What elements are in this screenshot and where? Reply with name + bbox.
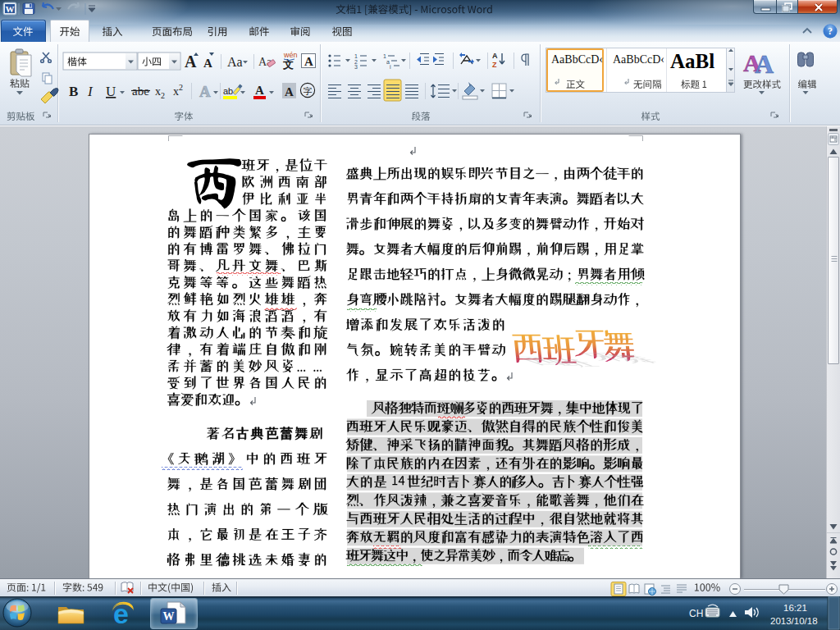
svg-text:1: 1 (383, 53, 386, 59)
svg-text:I: I (87, 84, 94, 99)
svg-text:i: i (390, 64, 391, 70)
svg-text:字: 字 (304, 86, 313, 96)
svg-text:A: A (203, 57, 212, 70)
svg-text:3: 3 (354, 64, 358, 70)
svg-text:A: A (199, 83, 211, 100)
svg-text:U: U (106, 84, 116, 99)
svg-text:W: W (163, 610, 175, 623)
svg-text:Z: Z (492, 61, 497, 69)
svg-text:A: A (285, 85, 294, 98)
svg-text:W: W (6, 4, 15, 14)
svg-text:B: B (69, 84, 78, 99)
svg-text:x: x (155, 85, 161, 98)
svg-text:A: A (304, 55, 313, 68)
svg-text:A: A (755, 49, 774, 79)
svg-text:2: 2 (179, 83, 183, 92)
svg-text:?: ? (828, 25, 833, 37)
svg-text:wén: wén (283, 51, 298, 59)
svg-text:Aa: Aa (227, 55, 243, 69)
svg-text:x: x (173, 85, 179, 98)
svg-text:A: A (492, 52, 498, 60)
svg-text:1: 1 (354, 53, 358, 59)
svg-text:ab: ab (223, 86, 233, 96)
svg-text:2: 2 (161, 91, 165, 100)
svg-text:A: A (255, 84, 264, 97)
